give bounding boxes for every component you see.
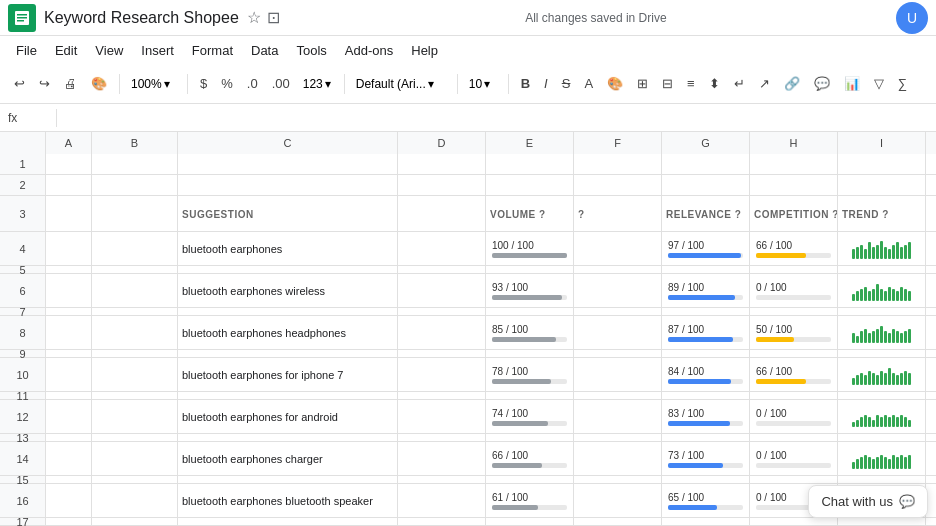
cell[interactable] [398, 400, 486, 434]
cell[interactable] [398, 392, 486, 400]
cell[interactable] [46, 350, 92, 358]
borders-button[interactable]: ⊞ [631, 72, 654, 95]
cell[interactable] [574, 316, 662, 350]
keyword-cell[interactable]: bluetooth earphones bluetooth speaker [178, 484, 398, 518]
cell[interactable] [574, 434, 662, 442]
cell[interactable] [574, 232, 662, 266]
cell[interactable] [486, 392, 574, 400]
keyword-cell[interactable]: bluetooth earphones [178, 232, 398, 266]
text-color-button[interactable]: A [578, 72, 599, 95]
wrap-button[interactable]: ↵ [728, 72, 751, 95]
functions-button[interactable]: ∑ [892, 72, 913, 95]
cell[interactable] [46, 232, 92, 266]
currency-button[interactable]: $ [194, 72, 213, 95]
cell[interactable] [46, 196, 92, 232]
cell[interactable] [178, 476, 398, 484]
cell[interactable] [92, 232, 178, 266]
cell[interactable] [178, 392, 398, 400]
cell[interactable] [92, 266, 178, 274]
cell[interactable] [662, 266, 750, 274]
col-header-i[interactable]: I [838, 132, 926, 154]
cell[interactable] [750, 266, 838, 274]
cell[interactable] [178, 175, 398, 196]
cell[interactable] [398, 154, 486, 175]
cell[interactable] [926, 400, 936, 434]
cell[interactable] [926, 266, 936, 274]
menu-format[interactable]: Format [184, 41, 241, 60]
row-header-16[interactable]: 16 [0, 484, 46, 518]
percent-button[interactable]: % [215, 72, 239, 95]
cell[interactable] [574, 358, 662, 392]
cell[interactable] [926, 175, 936, 196]
row-header-11[interactable]: 11 [0, 392, 46, 400]
cell[interactable] [398, 484, 486, 518]
cell[interactable] [46, 484, 92, 518]
cell[interactable] [838, 392, 926, 400]
cell[interactable] [46, 308, 92, 316]
cell[interactable] [486, 434, 574, 442]
menu-help[interactable]: Help [403, 41, 446, 60]
cell[interactable] [92, 476, 178, 484]
cell[interactable] [92, 154, 178, 175]
cell[interactable] [574, 350, 662, 358]
cell[interactable] [750, 350, 838, 358]
cell[interactable] [574, 154, 662, 175]
cell[interactable] [46, 316, 92, 350]
cell[interactable] [46, 175, 92, 196]
col-header-d[interactable]: D [398, 132, 486, 154]
italic-button[interactable]: I [538, 72, 554, 95]
row-header-12[interactable]: 12 [0, 400, 46, 434]
row-header-7[interactable]: 7 [0, 308, 46, 316]
font-select[interactable]: Default (Ari...▾ [351, 74, 451, 94]
cell[interactable] [574, 266, 662, 274]
cell[interactable] [92, 274, 178, 308]
row-header-10[interactable]: 10 [0, 358, 46, 392]
cell[interactable] [398, 196, 486, 232]
menu-edit[interactable]: Edit [47, 41, 85, 60]
keyword-cell[interactable]: bluetooth earphones wireless [178, 274, 398, 308]
row-header-1[interactable]: 1 [0, 154, 46, 175]
row-header-9[interactable]: 9 [0, 350, 46, 358]
cell[interactable] [926, 308, 936, 316]
row-header-17[interactable]: 17 [0, 518, 46, 526]
cell[interactable] [92, 350, 178, 358]
cell[interactable] [178, 350, 398, 358]
cell[interactable] [750, 392, 838, 400]
cell[interactable] [92, 175, 178, 196]
star-icon[interactable]: ☆ [247, 8, 261, 27]
formula-input[interactable] [65, 111, 928, 125]
valign-button[interactable]: ⬍ [703, 72, 726, 95]
cell[interactable] [46, 442, 92, 476]
cell[interactable] [574, 392, 662, 400]
cell[interactable] [398, 518, 486, 526]
chart-button[interactable]: 📊 [838, 72, 866, 95]
zoom-select[interactable]: 100%▾ [126, 74, 181, 94]
row-header-5[interactable]: 5 [0, 266, 46, 274]
cell[interactable] [750, 308, 838, 316]
print-button[interactable]: 🖨 [58, 72, 83, 95]
cell[interactable] [398, 232, 486, 266]
cell[interactable] [926, 442, 936, 476]
row-header-3[interactable]: 3 [0, 196, 46, 232]
cell[interactable] [398, 476, 486, 484]
cell[interactable] [750, 434, 838, 442]
avatar[interactable]: U [896, 2, 928, 34]
cell[interactable] [662, 154, 750, 175]
cell[interactable] [926, 274, 936, 308]
fill-color-button[interactable]: 🎨 [601, 72, 629, 95]
col-header-h[interactable]: H [750, 132, 838, 154]
cell[interactable] [574, 476, 662, 484]
cell[interactable] [46, 392, 92, 400]
row-header-14[interactable]: 14 [0, 442, 46, 476]
cell[interactable] [92, 434, 178, 442]
cell[interactable] [574, 308, 662, 316]
col-header-a[interactable]: A [46, 132, 92, 154]
menu-insert[interactable]: Insert [133, 41, 182, 60]
row-header-4[interactable]: 4 [0, 232, 46, 266]
comment-button[interactable]: 💬 [808, 72, 836, 95]
cell[interactable] [838, 266, 926, 274]
cell[interactable] [750, 154, 838, 175]
cell[interactable] [398, 442, 486, 476]
cell[interactable] [178, 518, 398, 526]
chat-widget[interactable]: Chat with us 💬 [808, 485, 928, 518]
